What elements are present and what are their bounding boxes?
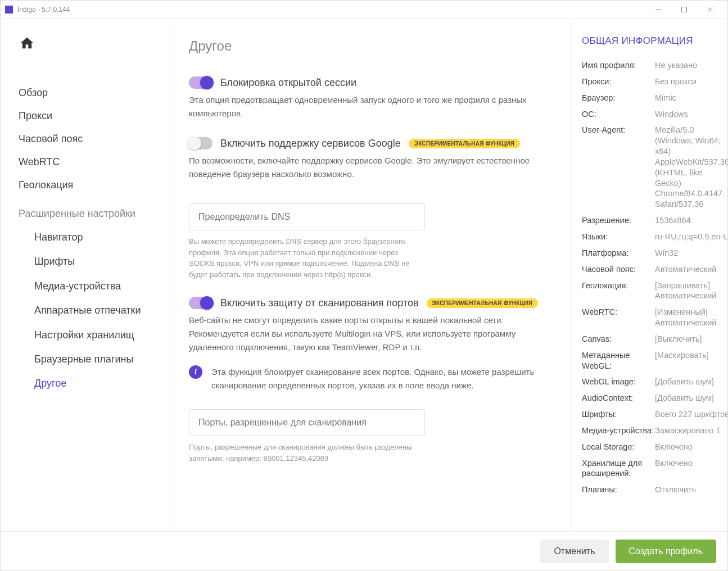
info-row: Прокси:Без прокси <box>582 76 727 87</box>
label-session-lock: Блокировка открытой сессии <box>220 77 356 89</box>
setting-session-lock: Блокировка открытой сессии Эта опция пре… <box>189 76 553 120</box>
sidebar-item-hardware-fingerprints[interactable]: Аппаратные отпечатки <box>1 298 169 323</box>
info-value: Отключить <box>655 484 727 495</box>
info-key: Платформа: <box>582 248 655 259</box>
info-key: Геолокация: <box>582 280 655 302</box>
main-content: Другое Блокировка открытой сессии Эта оп… <box>169 19 570 570</box>
info-key: WebGL image: <box>582 377 655 387</box>
sidebar-section-advanced: Расширенные настройки <box>1 197 169 225</box>
desc-session-lock: Эта опция предотвращает одновременный за… <box>189 93 553 120</box>
info-key: Canvas: <box>582 334 655 345</box>
info-key: Имя профиля: <box>582 60 655 71</box>
info-row: AudioContext:[Добавить шум] <box>582 393 727 404</box>
info-panel: ОБЩАЯ ИНФОРМАЦИЯ Имя профиля:Не указаноП… <box>570 19 727 570</box>
info-value: [Добавить шум] <box>655 393 727 404</box>
info-value: Mimic <box>655 93 727 103</box>
sidebar-item-proxy[interactable]: Прокси <box>1 105 169 128</box>
dns-help: Вы можете предопределить DNS сервер для … <box>189 236 425 280</box>
setting-port-scan: Включить защиту от сканирования портов Э… <box>189 297 553 464</box>
info-key: Часовой пояс: <box>582 264 655 275</box>
cancel-button[interactable]: Отменить <box>540 540 608 563</box>
info-panel-title: ОБЩАЯ ИНФОРМАЦИЯ <box>582 35 727 47</box>
desc-google-services: По возможности, включайте поддержку серв… <box>189 154 553 181</box>
info-value: [Добавить шум] <box>655 377 727 387</box>
svg-rect-1 <box>682 7 687 12</box>
info-value: Включено <box>655 442 727 452</box>
sidebar-item-webrtc[interactable]: WebRTC <box>1 151 169 174</box>
info-key: Шрифты: <box>582 409 655 420</box>
info-key: Медиа-устройства: <box>582 425 655 436</box>
info-value: [Запрашивать] Автоматический <box>655 280 727 302</box>
desc-port-scan: Веб-сайты не смогут определить какие пор… <box>189 314 553 354</box>
info-value: Windows <box>655 109 727 120</box>
info-row: WebRTC:[Измененный] Автоматический <box>582 307 727 328</box>
info-key: Языки: <box>582 232 655 242</box>
footer: Отменить Создать профиль <box>1 531 727 570</box>
badge-experimental-2: ЭКСПЕРИМЕНТАЛЬНАЯ ФУНКЦИЯ <box>427 298 539 308</box>
sidebar-item-browser-plugins[interactable]: Браузерные плагины <box>1 347 169 371</box>
maximize-button[interactable] <box>671 1 697 18</box>
titlebar: Indigo - 5.7.0.144 <box>1 1 727 19</box>
info-value: 1536x864 <box>655 215 727 226</box>
info-value: Mozilla/5.0 (Windows; Win64; x64) AppleW… <box>655 125 727 210</box>
page-title: Другое <box>189 38 553 54</box>
info-row: Canvas:[Выключить] <box>582 334 727 345</box>
sidebar-item-navigator[interactable]: Навигатор <box>1 225 169 250</box>
info-row: Разрешение:1536x864 <box>582 215 727 226</box>
close-button[interactable] <box>697 1 723 18</box>
sidebar-item-geolocation[interactable]: Геолокация <box>1 174 169 197</box>
dns-input[interactable] <box>189 203 425 230</box>
info-row: Платформа:Win32 <box>582 248 727 259</box>
info-row: Метаданные WebGL:[Маскировать] <box>582 350 727 371</box>
info-value: Не указано <box>655 60 727 71</box>
info-key: Прокси: <box>582 76 655 87</box>
toggle-google-services[interactable] <box>189 137 212 149</box>
info-row: Имя профиля:Не указано <box>582 60 727 71</box>
toggle-port-scan[interactable] <box>189 297 212 309</box>
create-profile-button[interactable]: Создать профиль <box>616 540 716 563</box>
info-key: Разрешение: <box>582 215 655 226</box>
info-row: WebGL image:[Добавить шум] <box>582 377 727 387</box>
info-key: Хранилище для расширений: <box>582 458 655 479</box>
sidebar-item-storage-settings[interactable]: Настройки хранилищ <box>1 323 169 347</box>
info-value: Замаскировано 1 <box>655 425 727 436</box>
info-row: Языки:ru-RU,ru;q=0.9,en-US <box>582 232 727 242</box>
info-value: Автоматический <box>655 264 727 275</box>
info-row: ОС:Windows <box>582 109 727 120</box>
setting-dns: Вы можете предопределить DNS сервер для … <box>189 198 553 280</box>
sidebar-item-media-devices[interactable]: Медиа-устройства <box>1 274 169 298</box>
info-row: Браузер:Mimic <box>582 93 727 103</box>
sidebar-item-fonts[interactable]: Шрифты <box>1 250 169 274</box>
info-key: ОС: <box>582 109 655 120</box>
label-google-services: Включить поддержку сервисов Google <box>220 138 401 149</box>
setting-google-services: Включить поддержку сервисов Google ЭКСПЕ… <box>189 137 553 181</box>
info-value: Без прокси <box>655 76 727 87</box>
minimize-button[interactable] <box>645 1 671 18</box>
sidebar-item-other[interactable]: Другое <box>1 371 169 396</box>
info-row: Геолокация:[Запрашивать] Автоматический <box>582 280 727 302</box>
info-key: Local Storage: <box>582 442 655 452</box>
label-port-scan: Включить защиту от сканирования портов <box>220 297 419 309</box>
sidebar-item-overview[interactable]: Обзор <box>1 81 169 105</box>
sidebar-item-timezone[interactable]: Часовой пояс <box>1 128 169 151</box>
info-key: Браузер: <box>582 93 655 103</box>
info-value: [Измененный] Автоматический <box>655 307 727 328</box>
info-row: Часовой пояс:Автоматический <box>582 264 727 275</box>
info-icon: i <box>189 365 202 379</box>
info-value: [Маскировать] <box>655 350 727 371</box>
home-icon[interactable] <box>19 35 169 53</box>
window-controls <box>645 1 723 18</box>
window-title: Indigo - 5.7.0.144 <box>17 6 645 13</box>
badge-experimental: ЭКСПЕРИМЕНТАЛЬНАЯ ФУНКЦИЯ <box>409 139 521 148</box>
info-row: Шрифты:Всего 227 шрифтов <box>582 409 727 420</box>
app-icon <box>5 6 13 13</box>
toggle-session-lock[interactable] <box>189 76 212 89</box>
info-value: ru-RU,ru;q=0.9,en-US <box>655 232 727 242</box>
sidebar: Обзор Прокси Часовой пояс WebRTC Геолока… <box>1 19 169 570</box>
info-block-port-scan: i Эта функция блокирует сканирование все… <box>189 365 553 392</box>
allowed-ports-input[interactable] <box>189 409 425 436</box>
info-row: Хранилище для расширений:Включено <box>582 458 727 479</box>
info-text-port-scan: Эта функция блокирует сканирование всех … <box>211 365 553 392</box>
allowed-ports-help: Порты, разрешенные для сканирования долж… <box>189 442 425 464</box>
info-row: Плагины:Отключить <box>582 484 727 495</box>
